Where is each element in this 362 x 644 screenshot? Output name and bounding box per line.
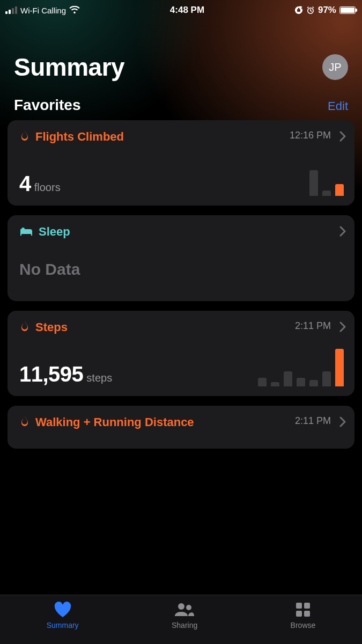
alarm-icon [306,6,315,14]
tab-bar: Summary Sharing Browse [0,595,362,644]
battery-icon [339,6,356,14]
card-walking-running[interactable]: Walking + Running Distance 2:11 PM [8,406,354,449]
chevron-right-icon [339,414,346,431]
card-timestamp: 12:16 PM [290,130,331,141]
tab-label: Browse [291,621,316,630]
cellular-signal-icon [5,6,17,14]
wifi-icon [69,6,80,14]
no-data-label: No Data [19,260,344,279]
edit-button[interactable]: Edit [328,99,348,113]
card-flights-climbed[interactable]: Flights Climbed 12:16 PM 4 floors [8,120,354,206]
status-bar: Wi-Fi Calling 4:48 PM 97% [0,0,362,20]
flame-icon [19,416,30,429]
flame-icon [19,130,30,143]
card-title: Flights Climbed [35,130,124,144]
chevron-right-icon [339,224,346,240]
people-icon [174,601,195,619]
svg-rect-6 [304,611,310,617]
card-value: 11,595 [19,362,83,386]
bed-icon [19,227,33,237]
tab-label: Sharing [172,621,197,630]
mini-chart [244,158,344,196]
card-value: 4 [19,172,31,196]
page-title: Summary [14,53,124,82]
card-timestamp: 2:11 PM [295,320,331,332]
card-title: Sleep [39,225,70,239]
favorites-heading: Favorites [14,97,81,114]
tab-browse[interactable]: Browse [291,601,316,630]
svg-point-1 [178,603,184,610]
svg-rect-4 [304,603,310,609]
chevron-right-icon [339,129,346,145]
profile-avatar[interactable]: JP [322,54,348,80]
tab-label: Summary [47,621,79,630]
flame-icon [19,321,30,334]
svg-rect-5 [296,611,302,617]
tab-sharing[interactable]: Sharing [172,601,197,630]
card-unit: floors [34,181,61,194]
chevron-right-icon [339,319,346,336]
rotation-lock-icon [294,6,303,14]
mini-chart [258,349,344,386]
svg-rect-3 [296,603,302,609]
heart-icon [54,601,72,619]
card-steps[interactable]: Steps 2:11 PM 11,595 steps [8,311,354,396]
card-timestamp: 2:11 PM [295,415,331,427]
card-unit: steps [86,372,112,384]
card-title: Steps [35,320,68,334]
status-clock: 4:48 PM [170,5,204,16]
carrier-label: Wi-Fi Calling [20,6,66,15]
card-title: Walking + Running Distance [35,415,194,429]
tab-summary[interactable]: Summary [47,601,79,630]
card-sleep[interactable]: Sleep No Data [8,215,354,301]
grid-icon [295,601,311,619]
svg-point-2 [186,605,191,610]
battery-percent: 97% [318,5,336,16]
